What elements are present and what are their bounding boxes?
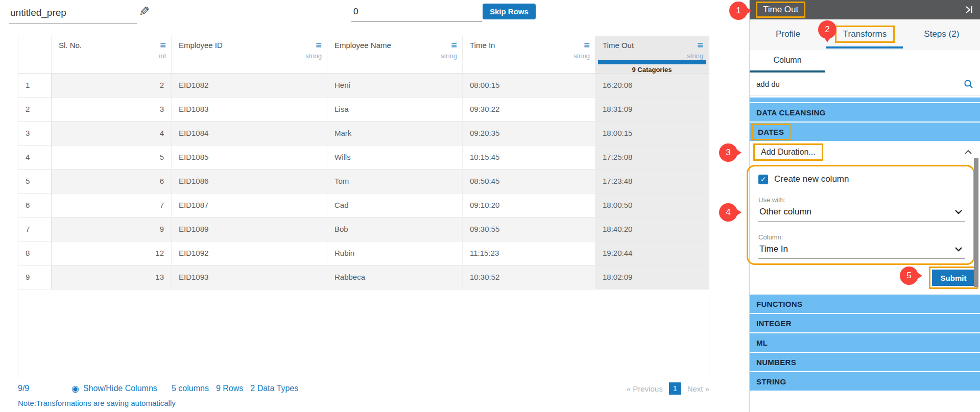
tab-transforms[interactable]: Transforms	[826, 19, 903, 49]
checkbox-checked-icon[interactable]: ✓	[758, 175, 768, 184]
cell-employee-name: Lisa	[327, 98, 463, 121]
data-grid: Sl. No.≡intEmployee ID≡stringEmployee Na…	[18, 36, 709, 378]
cell-employee-id: EID1085	[172, 146, 327, 169]
category-label: NUMBERS	[756, 358, 796, 367]
grid-footer: 9/9 ◉ Show/Hide Columns 5 columns 9 Rows…	[18, 382, 709, 395]
table-row: 23EID1083Lisa09:30:2218:31:09	[18, 98, 709, 122]
column-label: Column:	[758, 233, 965, 241]
table-row: 812EID1092Rubin11:15:2319:20:44	[18, 241, 709, 265]
category-integer[interactable]: INTEGER	[750, 314, 980, 332]
column-name: Time In	[470, 41, 495, 50]
category-label: ML	[756, 338, 768, 347]
cell-time-out: 18:02:09	[595, 265, 709, 289]
collapse-panel-icon[interactable]	[964, 5, 974, 17]
show-hide-columns-label: Show/Hide Columns	[83, 384, 157, 393]
next-page-button[interactable]: Next »	[687, 384, 709, 393]
category-dates[interactable]: DATES	[750, 123, 980, 141]
annotation-badge-2: 2	[818, 20, 836, 39]
table-row: 913EID1093Rabbeca10:30:5218:02:09	[18, 265, 709, 289]
cell-employee-id: EID1083	[172, 98, 327, 121]
column-header-employee-name[interactable]: Employee Name≡string	[327, 36, 463, 73]
table-row: 56EID1086Tom08:50:4517:23:48	[18, 169, 709, 193]
chevron-up-icon[interactable]	[964, 149, 973, 158]
row-count: 9/9	[18, 384, 71, 393]
column-header-time-out[interactable]: Time Out≡string9 Catagories	[595, 36, 709, 73]
category-numbers[interactable]: NUMBERS	[750, 353, 980, 371]
column-name: Sl. No.	[59, 41, 82, 50]
cell-sl-no: 12	[52, 241, 172, 265]
transform-search[interactable]: add du	[750, 72, 980, 96]
panel-tabs: Profile Transforms Steps (2)	[750, 19, 980, 50]
panel-title-highlight-box: Time Out	[756, 2, 805, 18]
skip-rows-button[interactable]: Skip Rows	[483, 4, 536, 19]
column-menu-icon[interactable]: ≡	[316, 39, 322, 51]
cell-time-out: 17:25:08	[595, 146, 709, 169]
column-menu-icon[interactable]: ≡	[697, 39, 703, 51]
tab-profile-label: Profile	[776, 29, 800, 39]
row-number-cell: 8	[18, 241, 52, 265]
category-label: INTEGER	[756, 319, 792, 328]
scrollbar[interactable]	[974, 158, 978, 287]
annotation-badge-1: 1	[729, 2, 748, 20]
use-with-label: Use with:	[758, 196, 965, 204]
row-number-cell: 5	[18, 169, 52, 193]
row-number-cell: 1	[18, 74, 52, 97]
category-partial-bar	[750, 98, 980, 102]
grid-body: 12EID1082Heni08:00:1516:20:0623EID1083Li…	[18, 74, 709, 289]
cell-time-in: 09:20:35	[463, 122, 595, 145]
search-input[interactable]: add du	[756, 80, 780, 88]
column-name: Time Out	[603, 41, 634, 50]
use-with-value: Other column	[759, 207, 811, 217]
pagination: « Previous 1 Next »	[627, 382, 709, 395]
cell-time-in: 09:30:55	[463, 217, 595, 241]
table-row: 34EID1084Mark09:20:3518:00:15	[18, 122, 709, 146]
search-icon[interactable]	[964, 79, 974, 91]
cell-sl-no: 6	[52, 169, 172, 193]
chevron-down-icon	[954, 208, 963, 215]
page-number[interactable]: 1	[669, 382, 681, 395]
edit-pencil-icon[interactable]: ✎	[139, 4, 150, 19]
category-functions[interactable]: FUNCTIONS	[750, 295, 980, 313]
column-header-employee-id[interactable]: Employee ID≡string	[172, 36, 327, 73]
rows-count: 9 Rows	[216, 384, 243, 393]
cell-time-out: 18:00:50	[595, 193, 709, 217]
use-with-select[interactable]: Other column	[758, 204, 965, 222]
annotation-badge-5: 5	[900, 266, 918, 285]
cell-employee-name: Wills	[327, 146, 463, 169]
column-header-sl-no[interactable]: Sl. No.≡int	[52, 36, 172, 73]
cell-time-out: 18:40:20	[595, 217, 709, 241]
table-row: 12EID1082Heni08:00:1516:20:06	[18, 74, 709, 98]
subtab-row: Column	[750, 50, 980, 72]
submit-row: Submit	[750, 265, 980, 289]
cell-time-in: 08:00:15	[463, 74, 595, 97]
cell-sl-no: 7	[52, 193, 172, 217]
submit-button[interactable]: Submit	[932, 270, 975, 286]
column-menu-icon[interactable]: ≡	[160, 39, 166, 51]
column-type-label: int	[159, 52, 166, 60]
column-select[interactable]: Time In	[758, 241, 965, 259]
category-string[interactable]: STRING	[750, 372, 980, 391]
cell-time-out: 17:23:48	[595, 169, 709, 193]
subtab-column[interactable]: Column	[750, 50, 825, 72]
cell-sl-no: 3	[52, 98, 172, 121]
cell-employee-id: EID1084	[172, 122, 327, 145]
create-new-column-checkbox[interactable]: ✓ Create new column	[758, 174, 965, 184]
show-hide-columns-button[interactable]: ◉ Show/Hide Columns	[71, 384, 172, 393]
category-label: DATES	[758, 128, 784, 136]
categories-bottom: FUNCTIONSINTEGERMLNUMBERSSTRING	[750, 295, 980, 391]
previous-page-button[interactable]: « Previous	[627, 384, 663, 393]
table-row: 45EID1085Wills10:15:4517:25:08	[18, 146, 709, 169]
tab-steps[interactable]: Steps (2)	[903, 19, 980, 49]
column-menu-icon[interactable]: ≡	[584, 39, 590, 51]
cell-sl-no: 2	[52, 74, 172, 97]
category-ml[interactable]: ML	[750, 333, 980, 352]
column-header-time-in[interactable]: Time In≡string	[463, 36, 595, 73]
tab-profile[interactable]: Profile	[750, 19, 826, 49]
prep-name-input[interactable]: untitled_prep	[9, 6, 137, 24]
category-data-cleansing[interactable]: DATA CLEANSING	[750, 103, 980, 122]
add-duration-label: Add Duration...	[761, 148, 816, 156]
skip-rows-input[interactable]: 0	[351, 5, 482, 22]
transform-add-duration[interactable]: Add Duration...	[750, 142, 980, 162]
column-menu-icon[interactable]: ≡	[451, 39, 457, 51]
column-value: Time In	[759, 244, 788, 254]
